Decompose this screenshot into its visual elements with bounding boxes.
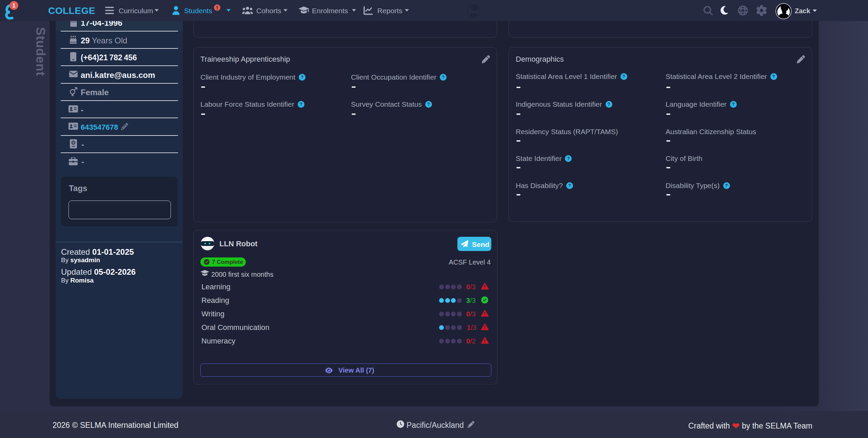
svg-text:1: 1: [12, 2, 15, 9]
